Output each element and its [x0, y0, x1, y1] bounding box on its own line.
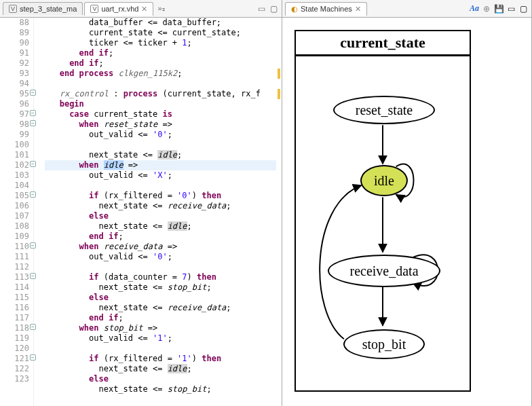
fsm-body: reset_state idle receive_data stop_bit — [294, 56, 471, 392]
minimize-icon[interactable]: ▭ — [506, 3, 516, 14]
minimize-icon[interactable]: ▭ — [256, 3, 267, 14]
node-stop-bit[interactable]: stop_bit — [343, 329, 425, 359]
state-machine-icon: ◐ — [291, 5, 298, 14]
tab-label: step_3_state_ma — [20, 5, 77, 13]
close-tab-icon[interactable]: ✕ — [141, 5, 147, 14]
fsm-diagram[interactable]: current_state — [282, 18, 531, 406]
code-editor[interactable]: 8889909192939495−9697−98−99100101102−103… — [0, 18, 282, 406]
tab-label: State Machines — [301, 5, 352, 13]
tab-step3[interactable]: V step_3_state_ma — [3, 2, 83, 15]
tab-state-machines[interactable]: ◐ State Machines ✕ — [285, 2, 367, 16]
overview-ruler — [276, 18, 282, 406]
workspace: V step_3_state_ma V uart_rx.vhd ✕ »₂ ▭ ▢… — [0, 0, 532, 406]
tab-label: uart_rx.vhd — [101, 5, 138, 13]
save-icon[interactable]: 💾 — [493, 3, 504, 14]
fold-gutter — [34, 18, 43, 406]
fsm-title: current_state — [294, 30, 471, 56]
vhdl-file-icon: V — [9, 5, 17, 13]
tab-uart-rx[interactable]: V uart_rx.vhd ✕ — [84, 2, 153, 16]
tab-overflow[interactable]: »₂ — [155, 4, 167, 13]
line-number-gutter: 8889909192939495−9697−98−99100101102−103… — [0, 18, 34, 406]
vhdl-file-icon: V — [90, 5, 98, 13]
state-machines-pane: ◐ State Machines ✕ Aa ⊕ 💾 ▭ ▢ current_st… — [282, 0, 532, 406]
view-tabbar: ◐ State Machines ✕ Aa ⊕ 💾 ▭ ▢ — [282, 0, 531, 18]
node-reset-state[interactable]: reset_state — [333, 96, 435, 124]
font-icon[interactable]: Aa — [469, 3, 480, 14]
node-receive-data[interactable]: receive_data — [328, 255, 440, 287]
editor-pane: V step_3_state_ma V uart_rx.vhd ✕ »₂ ▭ ▢… — [0, 0, 282, 406]
maximize-icon[interactable]: ▢ — [268, 3, 279, 14]
maximize-icon[interactable]: ▢ — [518, 3, 529, 14]
node-idle[interactable]: idle — [360, 165, 408, 196]
code-area[interactable]: data_buffer <= data_buffer; current_stat… — [43, 18, 276, 406]
editor-tabbar: V step_3_state_ma V uart_rx.vhd ✕ »₂ ▭ ▢ — [0, 0, 282, 18]
zoom-icon[interactable]: ⊕ — [481, 3, 492, 14]
close-tab-icon[interactable]: ✕ — [355, 5, 361, 14]
